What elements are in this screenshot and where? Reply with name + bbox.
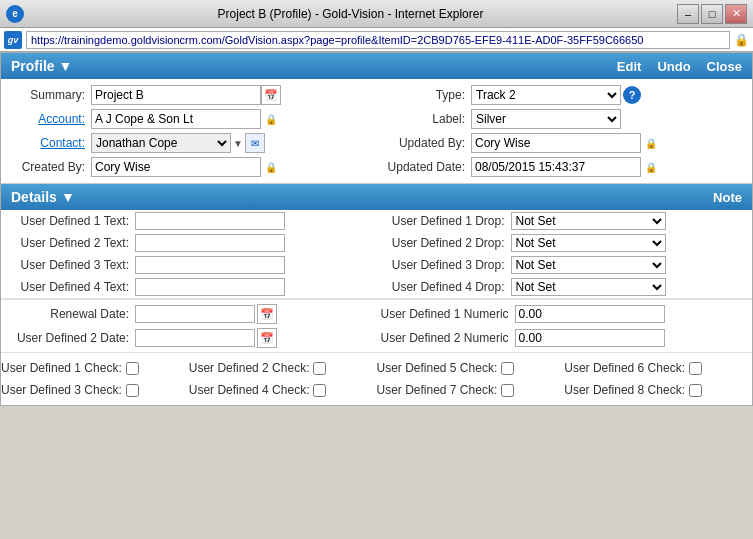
updateddate-label: Updated Date: [381,160,471,174]
profile-header-left: Profile ▼ [11,58,72,74]
type-group: Type: Track 2 ? [381,85,752,105]
ud-text4-input[interactable] [135,278,285,296]
check7-label: User Defined 7 Check: [377,383,502,397]
check2-checkbox[interactable] [313,362,326,375]
ud-fields-grid: User Defined 1 Text: User Defined 2 Text… [1,210,752,299]
account-lock-icon: 🔒 [263,111,279,127]
ud-drop1-select[interactable]: Not Set [511,212,666,230]
contact-label[interactable]: Contact: [1,136,91,150]
renewal-date-input[interactable] [135,305,255,323]
renewal-date-calendar-btn[interactable]: 📅 [257,304,277,324]
ud-text1-input[interactable] [135,212,285,230]
updateddate-lock-icon: 🔒 [643,159,659,175]
close-window-button[interactable]: ✕ [725,4,747,24]
account-input[interactable] [91,109,261,129]
type-label: Type: [381,88,471,102]
updatedby-group: Updated By: 🔒 [381,133,752,153]
title-bar: e Project B (Profile) - Gold-Vision - In… [0,0,753,28]
profile-dropdown-icon[interactable]: ▼ [59,58,73,74]
address-input[interactable] [26,31,730,49]
contact-email-btn[interactable]: ✉ [245,133,265,153]
ud-numeric2-input[interactable] [515,329,665,347]
window-title: Project B (Profile) - Gold-Vision - Inte… [24,7,677,21]
ud-numeric2-label: User Defined 2 Numeric [381,331,515,345]
form-row-contact-updatedby: Contact: Jonathan Cope ▼ ✉ Updated By: 🔒 [1,131,752,155]
check3-label: User Defined 3 Check: [1,383,126,397]
updatedby-label: Updated By: [381,136,471,150]
createdby-lock-icon: 🔒 [263,159,279,175]
app-container: Profile ▼ Edit Undo Close Summary: 📅 Typ… [0,52,753,406]
undo-button[interactable]: Undo [657,59,690,74]
ud-text3-input[interactable] [135,256,285,274]
check4-group: User Defined 4 Check: [189,383,377,397]
summary-calendar-btn[interactable]: 📅 [261,85,281,105]
contact-dropdown-arrow: ▼ [233,138,243,149]
ud-drop2-row: User Defined 2 Drop: Not Set [377,232,753,254]
ud-drop3-row: User Defined 3 Drop: Not Set [377,254,753,276]
label-select[interactable]: Silver [471,109,621,129]
details-dropdown-icon[interactable]: ▼ [61,189,75,205]
ud-drop1-label: User Defined 1 Drop: [381,214,511,228]
ud-drop1-row: User Defined 1 Drop: Not Set [377,210,753,232]
ud-date2-input[interactable] [135,329,255,347]
ud-date2-label: User Defined 2 Date: [5,331,135,345]
check5-label: User Defined 5 Check: [377,361,502,375]
profile-header: Profile ▼ Edit Undo Close [1,53,752,79]
ud-text1-row: User Defined 1 Text: [1,210,377,232]
ud-numeric1-input[interactable] [515,305,665,323]
createdby-label: Created By: [1,160,91,174]
ud-text3-label: User Defined 3 Text: [5,258,135,272]
ud-text4-row: User Defined 4 Text: [1,276,377,298]
details-section: User Defined 1 Text: User Defined 2 Text… [1,210,752,405]
ud-drop3-select[interactable]: Not Set [511,256,666,274]
drop-fields-col: User Defined 1 Drop: Not Set User Define… [377,210,753,298]
type-help-btn[interactable]: ? [623,86,641,104]
ud-text3-row: User Defined 3 Text: [1,254,377,276]
check3-checkbox[interactable] [126,384,139,397]
check5-checkbox[interactable] [501,362,514,375]
ud-text2-label: User Defined 2 Text: [5,236,135,250]
ud-date2-calendar-btn[interactable]: 📅 [257,328,277,348]
ud-text2-row: User Defined 2 Text: [1,232,377,254]
check7-checkbox[interactable] [501,384,514,397]
maximize-button[interactable]: □ [701,4,723,24]
updatedby-input[interactable] [471,133,641,153]
check8-checkbox[interactable] [689,384,702,397]
ssl-lock-icon: 🔒 [734,33,749,47]
label-group: Label: Silver [381,109,752,129]
check6-checkbox[interactable] [689,362,702,375]
details-header-left: Details ▼ [11,189,75,205]
check3-group: User Defined 3 Check: [1,383,189,397]
ud-drop2-select[interactable]: Not Set [511,234,666,252]
note-button[interactable]: Note [713,190,742,205]
check6-label: User Defined 6 Check: [564,361,689,375]
close-profile-button[interactable]: Close [707,59,742,74]
check8-group: User Defined 8 Check: [564,383,752,397]
checkbox-row-1: User Defined 1 Check: User Defined 2 Che… [1,357,752,379]
details-header-right: Note [713,190,742,205]
ud-drop2-label: User Defined 2 Drop: [381,236,511,250]
ud-text2-input[interactable] [135,234,285,252]
check1-label: User Defined 1 Check: [1,361,126,375]
check1-checkbox[interactable] [126,362,139,375]
check2-label: User Defined 2 Check: [189,361,314,375]
updateddate-input[interactable] [471,157,641,177]
edit-button[interactable]: Edit [617,59,642,74]
ud-text1-label: User Defined 1 Text: [5,214,135,228]
profile-title: Profile [11,58,55,74]
createdby-input[interactable] [91,157,261,177]
minimize-button[interactable]: – [677,4,699,24]
form-row-account-label: Account: 🔒 Label: Silver [1,107,752,131]
ud-text4-label: User Defined 4 Text: [5,280,135,294]
ud-numeric1-row: User Defined 1 Numeric [377,302,753,326]
ud-numeric2-row: User Defined 2 Numeric [377,326,753,350]
contact-group: Contact: Jonathan Cope ▼ ✉ [1,133,381,153]
ud-drop4-select[interactable]: Not Set [511,278,666,296]
type-select[interactable]: Track 2 [471,85,621,105]
date-numeric-section: Renewal Date: 📅 User Defined 1 Numeric U… [1,299,752,352]
check4-checkbox[interactable] [313,384,326,397]
account-label[interactable]: Account: [1,112,91,126]
contact-select[interactable]: Jonathan Cope [91,133,231,153]
profile-form: Summary: 📅 Type: Track 2 ? Account: 🔒 [1,79,752,184]
summary-input[interactable] [91,85,261,105]
